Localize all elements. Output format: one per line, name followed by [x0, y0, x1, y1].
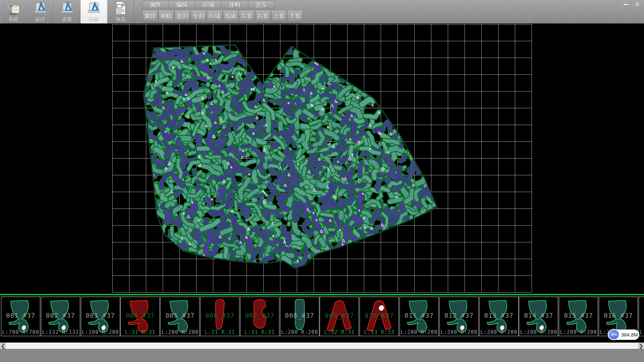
tool-button-region[interactable]: 区域 — [207, 10, 222, 22]
menu-tab-region[interactable]: 区域 — [195, 1, 222, 9]
laptop-ruler-icon — [33, 1, 48, 16]
tool-button-camera[interactable]: 相机 — [158, 10, 174, 22]
tool-button-align-left[interactable]: 左靠 — [239, 10, 255, 22]
close-icon: ✕ — [635, 1, 640, 8]
part-thumbnail-010[interactable]: 010_#37 L:33 R:33 — [360, 297, 399, 336]
scrollbar-thumb[interactable] — [6, 343, 638, 349]
part-thumbnail-012[interactable]: 012_#37 L:200 R:200 — [439, 297, 479, 336]
tool-button-defect[interactable]: 瑕疵 — [223, 10, 238, 22]
bottom-status-bar — [0, 349, 644, 362]
part-thumbnail-005[interactable]: 005_#37 L:200 R:200 — [160, 297, 200, 336]
part-thumbnail-017[interactable]: 017_#37 L:200 R:200 — [639, 297, 644, 336]
menu-tab-nesting[interactable]: 排料 — [222, 1, 248, 9]
menu-tab-interaction[interactable]: 交互 — [248, 1, 275, 9]
part-id-label: 001_#37 — [1, 312, 40, 319]
main-button-group: 系统 设计 设置 — [0, 0, 134, 23]
menu-tab-edit[interactable]: 编辑 — [169, 1, 195, 9]
part-thumbnail-003[interactable]: 003_#37 L:200 R:200 — [81, 297, 120, 336]
part-id-label: 017_#37 — [639, 312, 644, 319]
part-lr-count: L:200 R:200 — [400, 329, 438, 335]
part-id-label: 009_#37 — [320, 312, 359, 319]
part-lr-count: L:200 R:200 — [639, 329, 644, 335]
part-id-label: 006_#37 — [201, 312, 239, 319]
tool-button-cut-all[interactable]: 全割 — [191, 10, 206, 22]
part-id-label: 008_#37 — [280, 312, 319, 319]
part-thumbnail-004[interactable]: 004_#37 L:31 R:31 — [120, 297, 160, 336]
part-id-label: 013_#37 — [480, 312, 518, 319]
part-id-label: 016_#37 — [599, 312, 638, 319]
memory-percent-indicator: 38% — [608, 329, 620, 340]
part-id-label: 010_#37 — [360, 312, 398, 319]
close-button[interactable]: ✕ — [633, 1, 642, 9]
part-lr-count: L:31 R:31 — [240, 329, 279, 335]
tool-button-align-right[interactable]: 右靠 — [255, 10, 271, 22]
minimize-button[interactable] — [621, 1, 631, 9]
main-button-report[interactable]: 报表 — [107, 0, 134, 23]
tool-button-align-top[interactable]: 上靠 — [271, 10, 287, 22]
main-button-label: 设计 — [35, 16, 45, 23]
main-button-system[interactable]: 系统 — [0, 0, 27, 23]
report-icon — [113, 1, 128, 16]
part-thumbnail-015[interactable]: 015_#37 L:200 R:200 — [559, 297, 598, 336]
part-id-label: 002_#37 — [41, 312, 80, 319]
top-toolbar: 系统 设计 设置 — [0, 0, 644, 23]
part-lr-count: L:200 R:200 — [161, 329, 199, 335]
part-id-label: 011_#37 — [400, 312, 438, 319]
main-button-label: 排版 — [89, 16, 99, 23]
part-lr-count: L:33 R:33 — [360, 329, 398, 335]
part-id-label: 015_#37 — [559, 312, 598, 319]
part-id-label: 007_#37 — [240, 312, 279, 319]
part-lr-count: L:21 R:21 — [201, 329, 239, 335]
gear-notepad-icon — [6, 1, 21, 16]
tool-button-cluster-nest[interactable]: 聚排 — [142, 10, 158, 22]
laptop-ruler-icon — [60, 1, 74, 16]
scroll-left-arrow-icon[interactable]: ❮ — [0, 343, 6, 349]
part-id-label: 004_#37 — [121, 312, 159, 319]
laptop-ruler-icon — [87, 1, 101, 16]
menu-tab-bar: 属性 编辑 区域 排料 交互 — [142, 1, 275, 9]
part-lr-count: L:200 R:200 — [519, 329, 558, 335]
part-lr-count: L:31 R:31 — [121, 329, 159, 335]
main-button-settings[interactable]: 设置 — [54, 0, 80, 23]
parts-thumbnail-strip: 001_#37 L:700 R:700 002_#37 L:132 R:132 … — [0, 294, 644, 343]
part-id-label: 014_#37 — [519, 312, 558, 319]
part-id-label: 005_#37 — [161, 312, 199, 319]
part-thumbnail-009[interactable]: 009_#37 L:32 R:31 — [320, 297, 359, 336]
main-button-design[interactable]: 设计 — [27, 0, 54, 23]
part-thumbnail-014[interactable]: 014_#37 L:200 R:200 — [519, 297, 558, 336]
memory-usage-badge[interactable]: 38% 384.8M — [608, 329, 639, 340]
part-lr-count: L:32 R:31 — [320, 329, 359, 335]
part-thumbnail-013[interactable]: 013_#37 L:200 R:200 — [479, 297, 519, 336]
memory-percent-value: 38% — [610, 333, 617, 337]
part-thumbnail-008[interactable]: 008_#37 L:200 R:200 — [280, 297, 319, 336]
minimize-icon — [624, 4, 629, 5]
part-thumbnail-006[interactable]: 006_#37 L:21 R:21 — [200, 297, 239, 336]
part-thumbnail-002[interactable]: 002_#37 L:132 R:132 — [41, 297, 80, 336]
part-lr-count: L:200 R:200 — [81, 329, 120, 335]
part-lr-count: L:700 R:700 — [1, 329, 40, 335]
part-id-label: 012_#37 — [440, 312, 478, 319]
part-lr-count: L:200 R:200 — [559, 329, 598, 335]
tool-button-align-bottom[interactable]: 下靠 — [287, 10, 303, 22]
tool-button-select-cut[interactable]: 选割 — [174, 10, 190, 22]
part-thumbnail-001[interactable]: 001_#37 L:700 R:700 — [1, 297, 40, 336]
part-thumbnail-011[interactable]: 011_#37 L:200 R:200 — [399, 297, 439, 336]
main-button-nesting[interactable]: 排版 — [80, 0, 107, 23]
strip-accent-line-2 — [0, 296, 644, 296]
memory-size-value: 384.8M — [621, 329, 638, 340]
nesting-canvas[interactable] — [0, 23, 644, 294]
part-lr-count: L:132 R:132 — [41, 329, 80, 335]
part-lr-count: L:200 R:200 — [280, 329, 319, 335]
part-lr-count: L:200 R:200 — [440, 329, 478, 335]
part-lr-count: L:200 R:200 — [480, 329, 518, 335]
main-button-label: 报表 — [116, 16, 126, 23]
tool-button-row: 聚排 相机 选割 全割 区域 瑕疵 左靠 右靠 上靠 下靠 — [142, 10, 303, 22]
horizontal-scrollbar[interactable]: ❮ ❯ — [0, 343, 644, 349]
window-controls: ✕ — [621, 1, 642, 9]
scroll-right-arrow-icon[interactable]: ❯ — [638, 343, 644, 349]
strip-accent-line — [0, 294, 644, 295]
part-thumbnail-007[interactable]: 007_#37 L:31 R:31 — [240, 297, 279, 336]
menu-tab-properties[interactable]: 属性 — [142, 1, 169, 9]
main-button-label: 系统 — [8, 16, 18, 23]
part-id-label: 003_#37 — [81, 312, 120, 319]
